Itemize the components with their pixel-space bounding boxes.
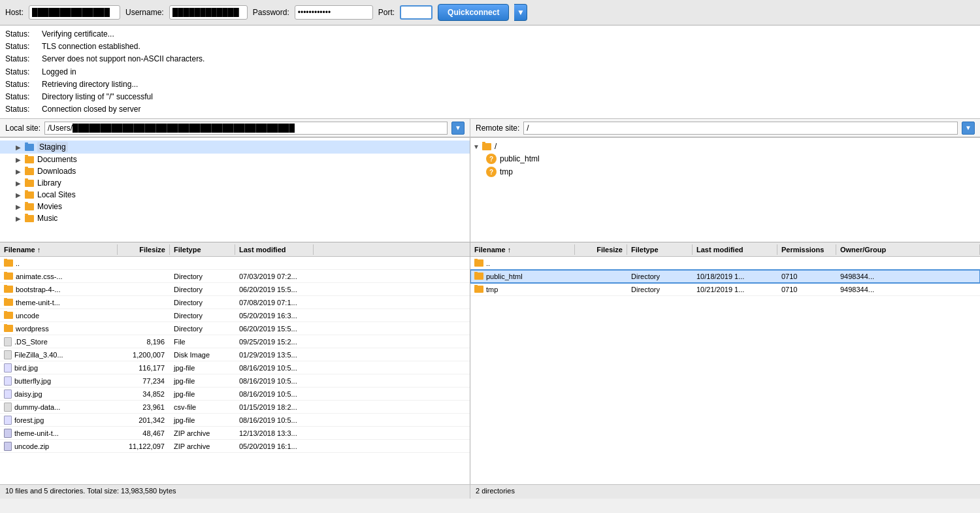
local-tree-item[interactable]: ▶Documents xyxy=(0,154,470,165)
file-size-cell: 11,122,097 xyxy=(118,442,170,451)
tree-expand-arrow[interactable]: ▶ xyxy=(16,180,25,187)
local-site-path[interactable] xyxy=(44,122,448,135)
remote-file-size-cell xyxy=(575,276,627,277)
file-icon xyxy=(4,350,12,359)
file-modified-cell: 08/16/2019 10:5... xyxy=(235,363,314,372)
tree-expand-arrow[interactable]: ▶ xyxy=(16,168,25,175)
remote-tree-item[interactable]: ?public_html xyxy=(470,152,980,165)
remote-file-row[interactable]: tmp Directory 10/21/2019 1... 0710 94983… xyxy=(470,283,980,296)
status-text: Directory listing of "/" successful xyxy=(42,91,153,103)
file-name-cell: daisy.jpg xyxy=(0,389,118,399)
local-file-row[interactable]: wordpress Directory 06/20/2019 15:5... xyxy=(0,322,470,335)
local-tree-item[interactable]: ▶Music xyxy=(0,212,470,224)
local-file-row[interactable]: uncode Directory 05/20/2019 16:3... xyxy=(0,309,470,322)
remote-col-filename-header[interactable]: Filename ↑ xyxy=(470,244,575,255)
local-file-row[interactable]: animate.css-... Directory 07/03/2019 07:… xyxy=(0,270,470,283)
tree-expand-arrow[interactable]: ▶ xyxy=(16,156,25,163)
local-file-row[interactable]: theme-unit-t... Directory 07/08/2019 07:… xyxy=(0,296,470,309)
remote-files-panel: Filename ↑ Filesize Filetype Last modifi… xyxy=(470,242,980,484)
tree-expand-arrow[interactable]: ▶ xyxy=(16,215,25,222)
local-file-row[interactable]: butterfly.jpg 77,234 jpg-file 08/16/2019… xyxy=(0,374,470,388)
remote-tree: ▼/?public_html?tmp xyxy=(470,138,980,242)
local-file-row[interactable]: .. xyxy=(0,257,470,270)
tree-item-label: tmp xyxy=(500,167,513,176)
remote-col-filetype-header[interactable]: Filetype xyxy=(627,244,693,255)
folder-icon xyxy=(4,299,13,306)
remote-col-lastmod-header[interactable]: Last modified xyxy=(693,244,777,255)
file-type-cell: jpg-file xyxy=(170,389,235,399)
col-filesize-header[interactable]: Filesize xyxy=(118,244,170,255)
remote-file-owner-cell xyxy=(836,263,980,264)
folder-icon xyxy=(4,273,13,280)
tree-item-label: Music xyxy=(37,214,57,223)
local-file-row[interactable]: uncode.zip 11,122,097 ZIP archive 05/20/… xyxy=(0,440,470,453)
tree-item-label: Library xyxy=(37,178,61,188)
host-input[interactable] xyxy=(29,5,120,20)
local-site-dropdown[interactable]: ▼ xyxy=(451,122,465,135)
file-name-cell: .. xyxy=(0,259,118,268)
status-row: Status:TLS connection established. xyxy=(5,41,975,53)
file-name-cell: theme-unit-t... xyxy=(0,428,118,439)
remote-tree-item[interactable]: ?tmp xyxy=(470,165,980,178)
remote-file-row[interactable]: public_html Directory 10/18/2019 1... 07… xyxy=(470,270,980,283)
file-size-cell: 1,200,007 xyxy=(118,350,170,359)
file-modified-cell: 07/08/2019 07:1... xyxy=(235,298,314,307)
local-tree-item[interactable]: ▶Staging xyxy=(0,141,470,154)
remote-files-header: Filename ↑ Filesize Filetype Last modifi… xyxy=(470,242,980,257)
file-size-cell xyxy=(118,302,170,303)
tree-expand-arrow[interactable]: ▶ xyxy=(16,203,25,210)
file-type-cell: Directory xyxy=(170,324,235,333)
image-icon xyxy=(4,363,12,372)
tree-item-label: / xyxy=(495,142,497,151)
local-file-row[interactable]: FileZilla_3.40... 1,200,007 Disk Image 0… xyxy=(0,348,470,361)
remote-file-type-cell: Directory xyxy=(627,272,693,281)
remote-tree-item[interactable]: ▼/ xyxy=(470,141,980,152)
quickconnect-dropdown[interactable]: ▼ xyxy=(514,4,527,21)
quickconnect-button[interactable]: Quickconnect xyxy=(438,4,509,21)
file-type-cell: jpg-file xyxy=(170,376,235,386)
zip-icon xyxy=(4,429,12,438)
remote-col-filesize-header[interactable]: Filesize xyxy=(575,244,627,255)
col-filename-header[interactable]: Filename ↑ xyxy=(0,244,118,255)
local-file-row[interactable]: daisy.jpg 34,852 jpg-file 08/16/2019 10:… xyxy=(0,388,470,401)
col-filetype-header[interactable]: Filetype xyxy=(170,244,235,255)
local-tree-item[interactable]: ▶Downloads xyxy=(0,165,470,177)
folder-icon xyxy=(4,325,13,332)
local-tree-item[interactable]: ▶Library xyxy=(0,177,470,189)
file-type-cell: File xyxy=(170,337,235,346)
remote-col-owner-header[interactable]: Owner/Group xyxy=(836,244,980,255)
remote-file-size-cell xyxy=(575,263,627,264)
tree-expand-arrow[interactable]: ▶ xyxy=(16,144,25,151)
file-size-cell: 34,852 xyxy=(118,389,170,399)
local-file-row[interactable]: forest.jpg 201,342 jpg-file 08/16/2019 1… xyxy=(0,414,470,427)
local-tree-item[interactable]: ▶Local Sites xyxy=(0,189,470,201)
username-input[interactable] xyxy=(169,5,248,20)
col-lastmod-header[interactable]: Last modified xyxy=(235,244,314,255)
local-file-row[interactable]: bird.jpg 116,177 jpg-file 08/16/2019 10:… xyxy=(0,361,470,374)
remote-col-perms-header[interactable]: Permissions xyxy=(777,244,836,255)
password-input[interactable] xyxy=(295,5,373,20)
remote-file-row[interactable]: .. xyxy=(470,257,980,270)
status-row: Status:Logged in xyxy=(5,66,975,78)
local-file-row[interactable]: bootstrap-4-... Directory 06/20/2019 15:… xyxy=(0,283,470,296)
file-name-cell: forest.jpg xyxy=(0,415,118,425)
remote-site-dropdown[interactable]: ▼ xyxy=(962,122,975,135)
file-type-cell: jpg-file xyxy=(170,363,235,372)
local-file-row[interactable]: .DS_Store 8,196 File 09/25/2019 15:2... xyxy=(0,335,470,348)
file-tree-area: ▶Staging▶Documents▶Downloads▶Library▶Loc… xyxy=(0,138,980,242)
local-file-row[interactable]: theme-unit-t... 48,467 ZIP archive 12/13… xyxy=(0,427,470,440)
tree-item-label: Documents xyxy=(37,155,77,164)
image-icon xyxy=(4,376,12,386)
folder-icon xyxy=(25,180,34,187)
host-label: Host: xyxy=(5,8,24,17)
tree-expand-arrow[interactable]: ▶ xyxy=(16,191,25,199)
file-name-cell: bird.jpg xyxy=(0,363,118,373)
folder-icon xyxy=(4,312,13,319)
tree-expand-arrow[interactable]: ▼ xyxy=(473,143,482,150)
port-input[interactable] xyxy=(400,5,433,20)
password-label: Password: xyxy=(253,8,289,17)
local-tree-item[interactable]: ▶Movies xyxy=(0,201,470,212)
remote-site-path[interactable] xyxy=(523,122,958,135)
local-file-row[interactable]: dummy-data... 23,961 csv-file 01/15/2019… xyxy=(0,401,470,414)
file-modified-cell: 01/15/2019 18:2... xyxy=(235,403,314,412)
